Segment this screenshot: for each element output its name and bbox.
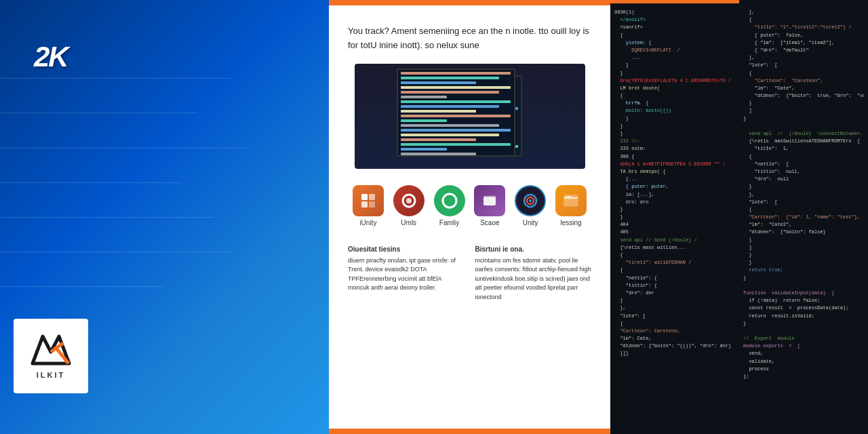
monitor-area [355,64,585,169]
code-line-r1-17: } [614,130,735,138]
code-line-r2-40: const result = processData(data); [743,304,864,312]
code-line-r1-31: send apl // Send {/doule} / [614,237,735,244]
code-line-r2-4: { puter": false, [743,32,864,39]
code-line-r2-27: { [743,206,864,214]
code-content-1: 9830(1) </anolif> <sanrif> { yintem: { D… [610,3,739,363]
code-content-2: }, { "titIe": "1","tirelt2":"tiret2"} / … [739,3,868,386]
svg-rect-3 [361,194,368,200]
code-line-r1-18: 232 //- [614,138,735,145]
code-line-r1-30: 405 [614,229,735,236]
desc-col-left: Oiuesitat tiesins diuem piracfty onulan,… [348,244,465,302]
code-line-r1-32: {\retls mass witlien... [614,244,735,252]
code-line-r1-36: "nettle": { [614,275,735,282]
code-line-r2-48: process [743,366,864,373]
code-line-r1-26: drn: drn [614,199,735,206]
code-line-r1-43: "Cartteon": Careteon, [614,328,735,335]
code-line-r2-13: } [743,100,864,107]
code-line-r1-14: boitn: boitn(()) [614,107,735,115]
code-line-r1-13: hrrfm { [614,100,735,107]
app-icon-1 [353,185,384,216]
bottom-logo-box: ILKIT [14,319,88,393]
code-line-r2-2: { [743,16,864,24]
code-line-r2-14: ] [743,107,864,115]
code-line-r2-36: } [743,275,864,282]
code-line-r2-33: } [743,252,864,259]
code-line-r2-32: ] [743,244,864,252]
code-line-r1-39: } [614,297,735,304]
icon-item-1[interactable]: iUnity [353,185,384,226]
code-line-r2-22: "tittin": null, [743,168,864,176]
code-line-r1-45: "dtdnen": {"boitn": "(())", "drn": dnr} [614,342,735,350]
icon-item-6[interactable]: lessing [555,185,587,226]
icon-label-2: Umls [401,219,416,226]
desc-left-title: Oiuesitat tiesins [348,244,465,254]
code-line-r2-12: "dtdnen": {"boitn": true, "drn": "val" } [743,92,864,100]
code-line-r2-38: function validateInput(data) { [743,290,864,297]
code-line-r1-8: } [614,62,735,69]
app-icon-2 [393,185,425,216]
code-line-r1-15: } [614,115,735,123]
icon-item-4[interactable]: Scaoe [474,185,505,226]
code-line-r2-39: if (!data) return false; [743,297,864,304]
icon-label-4: Scaoe [480,219,499,226]
code-line-r2-49: }; [743,373,864,380]
left-panel: 2K ILKIT [0,0,329,434]
svg-point-17 [566,196,567,197]
code-line-r1-35: { [614,267,735,274]
code-line-r2-1: }, [743,9,864,16]
code-line-r2-10: "Cartteon": "Careteon", [743,77,864,85]
svg-rect-4 [369,194,375,200]
right-panel-1: 9830(1) </anolif> <sanrif> { yintem: { D… [610,0,739,434]
code-line-r1-37: "tittin": { [614,282,735,290]
code-line-r1-1: 9830(1) [614,9,735,16]
code-line-r1-38: "drn": dnr [614,290,735,297]
svg-point-18 [568,196,569,197]
svg-rect-11 [484,196,496,199]
icon-item-2[interactable]: Umls [393,185,425,226]
svg-point-14 [529,199,532,202]
right-panel-2: }, { "titIe": "1","tirelt2":"tiret2"} / … [739,0,868,434]
code-line-r1-2: </anolif> [614,16,735,24]
icon-item-3[interactable]: Famliy [434,185,465,226]
orange-bar-top [329,0,610,5]
headline-text: You track? Ament semeniing ece an the n … [348,24,591,53]
code-line-r1-24: { puter: puter, [614,183,735,191]
nk-icon [29,333,73,367]
code-line-r2-24: } [743,183,864,191]
desc-right-text: mcintains om fes sdomir atatv, pool lie … [475,256,592,302]
code-line-r2-45: module.exports = { [743,342,864,350]
bottom-logo-label: ILKIT [37,371,66,379]
code-line-r2-9: { [743,70,864,77]
code-line-r2-29: "lm": "Cate2", [743,221,864,229]
code-line-r1-42: { [614,320,735,328]
svg-point-9 [443,194,456,208]
code-line-r1-4: { [614,32,735,39]
code-line-r2-21: "nettle": { [743,161,864,168]
middle-panel: You track? Ament semeniing ece an the n … [329,0,610,434]
code-line-r2-30: "dtdnen": {"boitn": false} [743,229,864,236]
icon-label-5: Unity [523,219,538,226]
code-line-r2-31: } [743,237,864,244]
code-line-r2-23: "drn": null [743,176,864,183]
code-line-r1-40: }, [614,304,735,312]
code-line-r1-44: "lm": Cate, [614,335,735,342]
app-icon-3 [434,185,465,216]
code-line-r1-28: } [614,214,735,221]
icon-item-5[interactable]: Unity [515,185,546,226]
code-line-r1-34: "tiret1": witlATEDHAN / [614,259,735,267]
code-line-r2-7: }, [743,54,864,62]
code-line-r1-12: { [614,92,735,100]
icons-row: iUnity Umls Famliy Scaoe [348,180,591,232]
app-icon-6 [555,185,587,216]
desc-columns: Oiuesitat tiesins diuem piracfty onulan,… [348,240,591,302]
code-line-r2-19: "titIe": 1, [743,145,864,153]
code-line-r1-27: } [614,206,735,214]
code-line-r2-44: // Export module [743,335,864,342]
code-line-r1-20: 300 { [614,153,735,161]
code-line-r1-21: GUN(A 1 AnNETPIFRNETPEA C-ERS0RR "" / [614,161,735,168]
app-icon-5 [515,185,546,216]
desc-col-right: Bisrtuni ie ona. mcintains om fes sdomir… [475,244,592,302]
code-line-r1-19: 233 outm: [614,145,735,153]
svg-point-8 [406,198,412,203]
code-line-r2-8: "lote": [ [743,62,864,69]
